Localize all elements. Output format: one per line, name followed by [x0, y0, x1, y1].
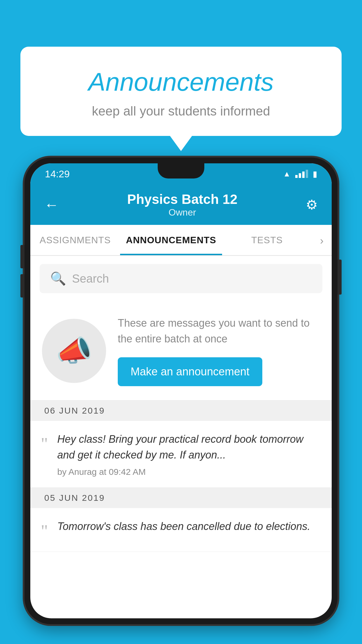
- status-icons: ▮: [283, 169, 317, 179]
- quote-icon-2: ": [41, 521, 48, 541]
- speech-bubble-title: Announcements: [44, 67, 318, 97]
- header-title: Physics Batch 12: [127, 191, 237, 207]
- speech-bubble-subtitle: keep all your students informed: [44, 104, 318, 118]
- phone-mockup: 14:29 ▮ ← Physics Batch 12 O: [24, 158, 338, 644]
- app-header: ← Physics Batch 12 Owner ⚙: [30, 184, 332, 225]
- power-button: [338, 260, 342, 295]
- search-icon: 🔍: [50, 271, 66, 286]
- tab-announcements[interactable]: ANNOUNCEMENTS: [120, 225, 222, 255]
- tab-assignments[interactable]: ASSIGNMENTS: [30, 225, 120, 255]
- announcement-text: Hey class! Bring your practical record b…: [57, 431, 319, 463]
- speech-bubble: Announcements keep all your students inf…: [20, 47, 342, 136]
- megaphone-icon: 📣: [56, 334, 92, 368]
- speech-bubble-section: Announcements keep all your students inf…: [20, 47, 342, 136]
- search-placeholder: Search: [72, 272, 109, 285]
- date-separator-june5: 05 JUN 2019: [30, 488, 332, 508]
- status-time: 14:29: [45, 168, 70, 180]
- tab-bar: ASSIGNMENTS ANNOUNCEMENTS TESTS ›: [30, 225, 332, 256]
- volume-up-button: [20, 245, 24, 268]
- signal-bar-4: [306, 170, 308, 178]
- phone-screen: 14:29 ▮ ← Physics Batch 12 O: [30, 163, 332, 618]
- announcement-content-2: Tomorrow's class has been cancelled due …: [57, 519, 319, 538]
- wifi-icon: [283, 169, 291, 178]
- announcement-item-2[interactable]: " Tomorrow's class has been cancelled du…: [30, 508, 332, 552]
- signal-icon: [295, 170, 308, 178]
- signal-bar-1: [295, 175, 298, 178]
- signal-bar-3: [302, 172, 305, 178]
- announcement-meta: by Anurag at 09:42 AM: [57, 467, 319, 477]
- search-container: 🔍 Search: [30, 256, 332, 301]
- battery-icon: ▮: [313, 169, 317, 179]
- announcement-illustration: 📣: [42, 319, 106, 383]
- tab-more-icon[interactable]: ›: [312, 225, 332, 255]
- empty-state-description: These are messages you want to send to t…: [118, 315, 320, 347]
- make-announcement-button[interactable]: Make an announcement: [118, 357, 262, 386]
- announcement-item[interactable]: " Hey class! Bring your practical record…: [30, 421, 332, 488]
- back-button[interactable]: ←: [44, 196, 59, 213]
- header-center: Physics Batch 12 Owner: [127, 191, 237, 218]
- signal-bar-2: [299, 173, 301, 178]
- header-subtitle: Owner: [127, 207, 237, 218]
- settings-icon[interactable]: ⚙: [306, 197, 318, 213]
- date-separator-june6: 06 JUN 2019: [30, 400, 332, 421]
- tab-tests[interactable]: TESTS: [222, 225, 312, 255]
- notch: [158, 163, 204, 178]
- search-bar[interactable]: 🔍 Search: [40, 264, 322, 293]
- status-bar: 14:29 ▮: [30, 163, 332, 184]
- quote-icon: ": [41, 434, 48, 454]
- phone-outer: 14:29 ▮ ← Physics Batch 12 O: [24, 158, 338, 624]
- volume-down-button: [20, 274, 24, 298]
- empty-state-content: These are messages you want to send to t…: [118, 315, 320, 386]
- announcement-content: Hey class! Bring your practical record b…: [57, 431, 319, 477]
- empty-state: 📣 These are messages you want to send to…: [30, 301, 332, 400]
- announcement-text-2: Tomorrow's class has been cancelled due …: [57, 519, 319, 534]
